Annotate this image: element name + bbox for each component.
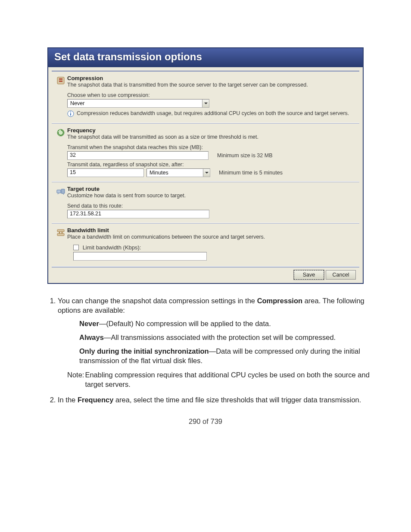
list-item: In the Frequency area, select the time a… [58,395,381,404]
svg-point-3 [70,112,71,112]
article-body: You can change the snapshot data compres… [22,296,389,404]
time-label: Transmit data, regardless of snapshot si… [67,162,355,168]
size-hint: Minimum size is 32 MB [217,152,273,159]
note-label: Note: [67,370,84,380]
bandwidth-heading: Bandwidth limit [67,227,355,233]
dialog-title: Set data transmission options [48,48,363,67]
route-label: Send data to this route: [67,203,355,209]
time-hint: Minimum time is 5 minutes [219,170,283,176]
compression-select[interactable]: Never [67,99,209,108]
compression-heading: Compression [67,75,355,81]
frequency-desc: The snapshot data will be transmitted as… [67,134,355,140]
compression-info-text: Compression reduces bandwidth usage, but… [77,110,349,116]
settings-dialog: Set data transmission options Compressio… [47,47,364,284]
bandwidth-icon [54,227,67,262]
cancel-button[interactable]: Cancel [326,270,356,280]
size-label: Transmit when the snapshot data reaches … [67,144,355,150]
route-heading: Target route [67,186,355,192]
chevron-down-icon[interactable] [203,169,210,177]
time-unit-value: Minutes [147,170,203,176]
size-input[interactable]: 32 [67,151,209,160]
info-icon [67,110,74,118]
note-text: Enabling compression requires that addit… [85,370,381,389]
bandwidth-input[interactable] [73,252,207,261]
time-unit-select[interactable]: Minutes [146,168,210,177]
time-input[interactable]: 15 [67,168,144,177]
compression-icon [54,75,67,118]
compression-desc: The snapshot data that is transmitted fr… [67,82,355,88]
compression-choose-label: Choose when to use compression: [67,92,355,98]
chevron-down-icon[interactable] [202,100,209,107]
page-number: 290 of 739 [22,417,389,426]
limit-bandwidth-label: Limit bandwidth (Kbps): [83,244,141,251]
svg-rect-8 [57,233,64,236]
svg-rect-5 [57,190,61,193]
limit-bandwidth-checkbox[interactable] [73,245,79,250]
route-icon [54,186,67,218]
frequency-icon [54,127,67,177]
svg-rect-7 [57,230,64,232]
route-input[interactable]: 172.31.58.21 [67,210,209,218]
list-item: You can change the snapshot data compres… [58,296,381,389]
route-desc: Customize how data is sent from source t… [67,193,355,199]
svg-rect-2 [70,113,71,116]
save-button[interactable]: Save [294,270,324,280]
frequency-heading: Frequency [67,127,355,134]
bandwidth-desc: Place a bandwidth limit on communication… [67,234,355,240]
svg-rect-6 [61,189,65,193]
compression-value: Never [68,100,202,106]
